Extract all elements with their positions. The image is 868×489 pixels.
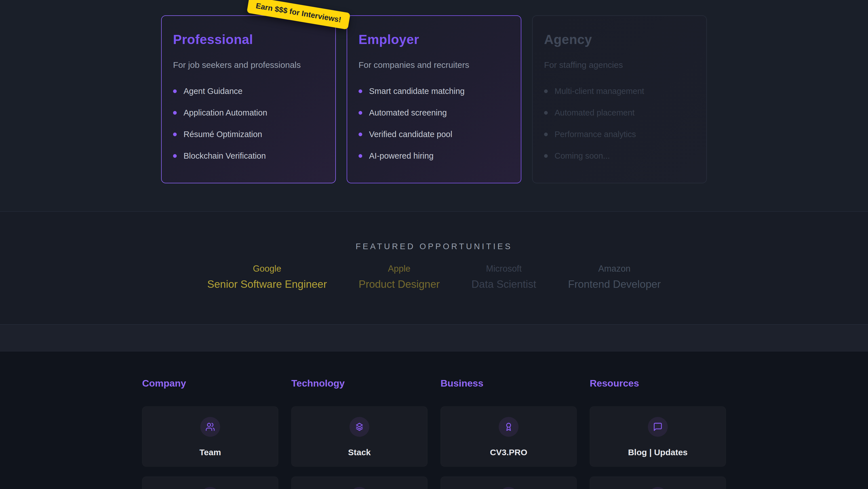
feature-label: Multi-client management <box>555 86 644 96</box>
job-company: Microsoft <box>471 264 536 274</box>
feature-list: Smart candidate matching Automated scree… <box>359 86 509 161</box>
bullet-dot-icon <box>359 89 362 93</box>
bullet-dot-icon <box>544 154 548 158</box>
feature-label: Smart candidate matching <box>369 86 465 96</box>
footer-col-company: Company Team <box>142 378 278 489</box>
feature-list: Agent Guidance Application Automation Ré… <box>173 86 324 161</box>
users-icon <box>200 417 220 437</box>
bullet-dot-icon <box>173 133 177 136</box>
featured-title: FEATURED OPPORTUNITIES <box>0 212 868 251</box>
featured-job-microsoft[interactable]: Microsoft Data Scientist <box>471 264 536 290</box>
feature-item: Automated screening <box>359 108 509 117</box>
footer-card-cv3pro[interactable]: CV3.PRO <box>440 406 577 467</box>
feature-label: Application Automation <box>184 108 267 117</box>
feature-label: Performance analytics <box>555 130 636 139</box>
bullet-dot-icon <box>359 111 362 115</box>
card-subtitle: For staffing agencies <box>544 60 695 70</box>
footer-card-label: Blog | Updates <box>628 448 688 457</box>
pricing-grid: Earn $$$ for Interviews! Professional Fo… <box>161 0 707 183</box>
footer-grid: Company Team Technology Stack <box>142 352 726 489</box>
feature-list: Multi-client management Automated placem… <box>544 86 695 161</box>
footer-card-label: CV3.PRO <box>490 448 527 457</box>
layers-icon <box>349 417 369 437</box>
featured-job-amazon[interactable]: Amazon Frontend Developer <box>568 264 661 290</box>
footer-heading: Resources <box>590 378 726 389</box>
pricing-section: Earn $$$ for Interviews! Professional Fo… <box>0 0 868 212</box>
feature-label: Agent Guidance <box>184 86 243 96</box>
card-title: Agency <box>544 32 695 47</box>
feature-item: Agent Guidance <box>173 86 324 96</box>
footer-card-partial[interactable] <box>440 477 577 489</box>
job-role: Product Designer <box>359 279 440 290</box>
job-company: Apple <box>359 264 440 274</box>
job-role: Frontend Developer <box>568 279 661 290</box>
feature-item: Smart candidate matching <box>359 86 509 96</box>
feature-item: Automated placement <box>544 108 695 117</box>
feature-item: Résumé Optimization <box>173 130 324 139</box>
bullet-dot-icon <box>359 133 362 136</box>
spacer-strip <box>0 324 868 352</box>
footer-card-team[interactable]: Team <box>142 406 278 467</box>
earn-badge: Earn $$$ for Interviews! <box>247 0 350 30</box>
bullet-dot-icon <box>544 89 548 93</box>
feature-label: Automated screening <box>369 108 447 117</box>
bullet-dot-icon <box>173 154 177 158</box>
pricing-card-professional[interactable]: Earn $$$ for Interviews! Professional Fo… <box>161 15 336 183</box>
bullet-dot-icon <box>359 154 362 158</box>
featured-job-google[interactable]: Google Senior Software Engineer <box>207 264 327 290</box>
feature-label: Blockchain Verification <box>184 151 266 161</box>
award-icon <box>499 417 519 437</box>
footer-card-partial[interactable] <box>142 477 278 489</box>
feature-label: Automated placement <box>555 108 634 117</box>
job-role: Data Scientist <box>471 279 536 290</box>
job-company: Google <box>207 264 327 274</box>
job-company: Amazon <box>568 264 661 274</box>
bullet-dot-icon <box>173 111 177 115</box>
feature-item: Multi-client management <box>544 86 695 96</box>
feature-label: Résumé Optimization <box>184 130 262 139</box>
footer-col-resources: Resources Blog | Updates <box>590 378 726 489</box>
card-subtitle: For companies and recruiters <box>359 60 509 70</box>
bullet-dot-icon <box>173 89 177 93</box>
footer-col-technology: Technology Stack <box>291 378 428 489</box>
feature-item: Performance analytics <box>544 130 695 139</box>
feature-label: AI-powered hiring <box>369 151 433 161</box>
footer-section: Company Team Technology Stack <box>0 352 868 489</box>
footer-card-blog[interactable]: Blog | Updates <box>590 406 726 467</box>
card-subtitle: For job seekers and professionals <box>173 60 324 70</box>
feature-item: Verified candidate pool <box>359 130 509 139</box>
footer-heading: Company <box>142 378 278 389</box>
feature-label: Verified candidate pool <box>369 130 452 139</box>
feature-item: AI-powered hiring <box>359 151 509 161</box>
footer-heading: Technology <box>291 378 428 389</box>
featured-opportunities-section: FEATURED OPPORTUNITIES Google Senior Sof… <box>0 212 868 324</box>
bullet-dot-icon <box>544 111 548 115</box>
footer-card-partial[interactable] <box>291 477 428 489</box>
message-square-icon <box>648 417 668 437</box>
footer-card-label: Team <box>199 448 221 457</box>
footer-col-business: Business CV3.PRO <box>440 378 577 489</box>
partial-icon <box>499 487 519 489</box>
partial-icon <box>200 487 220 489</box>
feature-item: Blockchain Verification <box>173 151 324 161</box>
card-title: Professional <box>173 32 324 47</box>
featured-job-apple[interactable]: Apple Product Designer <box>359 264 440 290</box>
footer-card-stack[interactable]: Stack <box>291 406 428 467</box>
card-title: Employer <box>359 32 509 47</box>
featured-jobs-row: Google Senior Software Engineer Apple Pr… <box>0 264 868 290</box>
footer-card-label: Stack <box>348 448 371 457</box>
job-role: Senior Software Engineer <box>207 279 327 290</box>
partial-icon <box>648 487 668 489</box>
pricing-card-employer[interactable]: Employer For companies and recruiters Sm… <box>347 15 521 183</box>
feature-label: Coming soon... <box>555 151 610 161</box>
bullet-dot-icon <box>544 133 548 136</box>
pricing-card-agency: Agency For staffing agencies Multi-clien… <box>532 15 707 183</box>
feature-item: Application Automation <box>173 108 324 117</box>
footer-card-partial[interactable] <box>590 477 726 489</box>
footer-heading: Business <box>440 378 577 389</box>
feature-item: Coming soon... <box>544 151 695 161</box>
partial-icon <box>349 487 369 489</box>
